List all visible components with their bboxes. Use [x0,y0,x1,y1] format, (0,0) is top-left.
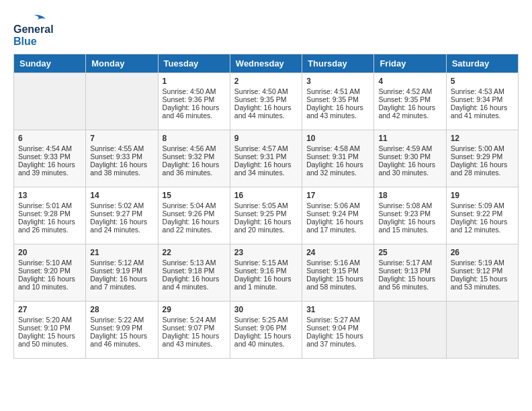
day-number: 17 [306,191,369,200]
sunrise-text: Sunrise: 5:20 AM [18,316,72,324]
day-number: 4 [378,77,441,86]
daylight-text: Daylight: 16 hours and 41 minutes. [451,103,508,120]
sunrise-text: Sunrise: 5:15 AM [234,259,288,267]
daylight-text: Daylight: 16 hours and 15 minutes. [378,218,435,234]
daylight-text: Daylight: 15 hours and 40 minutes. [234,332,292,348]
day-number: 2 [234,77,298,86]
header-cell-monday: Monday [86,54,158,73]
day-number: 19 [451,191,514,200]
day-number: 18 [378,191,441,200]
day-number: 24 [306,248,369,257]
calendar-cell: 26 Sunrise: 5:19 AM Sunset: 9:12 PM Dayl… [446,244,518,302]
daylight-text: Daylight: 16 hours and 22 minutes. [163,218,220,234]
sunrise-text: Sunrise: 5:27 AM [306,316,360,324]
calendar-cell: 16 Sunrise: 5:05 AM Sunset: 9:25 PM Dayl… [230,187,302,244]
sunset-text: Sunset: 9:33 PM [18,152,71,161]
sunset-text: Sunset: 9:31 PM [234,152,287,161]
sunrise-text: Sunrise: 5:25 AM [234,316,288,324]
day-number: 30 [234,305,298,314]
calendar-cell: 5 Sunrise: 4:53 AM Sunset: 9:34 PM Dayli… [446,73,518,130]
calendar-cell: 17 Sunrise: 5:06 AM Sunset: 9:24 PM Dayl… [302,187,374,244]
sunrise-text: Sunrise: 4:54 AM [18,144,72,152]
daylight-text: Daylight: 16 hours and 7 minutes. [90,275,147,291]
calendar-cell [374,302,446,359]
sunset-text: Sunset: 9:36 PM [163,95,215,103]
calendar-cell: 7 Sunrise: 4:55 AM Sunset: 9:33 PM Dayli… [86,130,158,187]
sunrise-text: Sunrise: 4:58 AM [306,144,360,152]
sunset-text: Sunset: 9:10 PM [18,324,71,332]
daylight-text: Daylight: 16 hours and 10 minutes. [18,275,75,291]
calendar-cell [446,302,518,359]
sunset-text: Sunset: 9:33 PM [90,152,142,161]
logo: General Blue [13,13,56,47]
day-number: 21 [90,248,153,257]
daylight-text: Daylight: 16 hours and 4 minutes. [163,275,220,291]
sunset-text: Sunset: 9:28 PM [18,210,71,218]
calendar-cell: 12 Sunrise: 5:00 AM Sunset: 9:29 PM Dayl… [446,130,518,187]
day-number: 22 [163,248,226,257]
sunrise-text: Sunrise: 4:57 AM [234,144,288,152]
day-number: 5 [451,77,514,86]
sunrise-text: Sunrise: 5:08 AM [378,201,432,210]
calendar-cell: 13 Sunrise: 5:01 AM Sunset: 9:28 PM Dayl… [14,187,86,244]
day-number: 23 [234,248,298,257]
daylight-text: Daylight: 16 hours and 17 minutes. [306,218,363,234]
sunrise-text: Sunrise: 4:51 AM [306,87,360,95]
header-row: SundayMondayTuesdayWednesdayThursdayFrid… [14,54,519,73]
sunrise-text: Sunrise: 5:17 AM [378,259,432,267]
calendar-cell: 11 Sunrise: 4:59 AM Sunset: 9:30 PM Dayl… [374,130,446,187]
daylight-text: Daylight: 16 hours and 30 minutes. [378,161,435,177]
sunrise-text: Sunrise: 5:05 AM [234,201,288,210]
day-number: 28 [90,305,153,314]
calendar-cell: 10 Sunrise: 4:58 AM Sunset: 9:31 PM Dayl… [302,130,374,187]
sunset-text: Sunset: 9:34 PM [451,95,503,103]
sunrise-text: Sunrise: 5:01 AM [18,201,72,210]
sunset-text: Sunset: 9:32 PM [163,152,215,161]
daylight-text: Daylight: 15 hours and 37 minutes. [306,332,363,348]
calendar-cell [86,73,158,130]
day-number: 12 [451,134,514,143]
daylight-text: Daylight: 16 hours and 43 minutes. [306,103,363,120]
day-number: 7 [90,134,153,143]
day-number: 26 [451,248,514,257]
sunset-text: Sunset: 9:29 PM [451,152,503,161]
day-number: 27 [18,305,81,314]
sunrise-text: Sunrise: 5:16 AM [306,259,360,267]
sunset-text: Sunset: 9:12 PM [451,267,503,275]
sunrise-text: Sunrise: 5:24 AM [163,316,216,324]
calendar-cell: 15 Sunrise: 5:04 AM Sunset: 9:26 PM Dayl… [158,187,230,244]
sunset-text: Sunset: 9:22 PM [451,210,503,218]
calendar-cell: 27 Sunrise: 5:20 AM Sunset: 9:10 PM Dayl… [14,302,86,359]
sunset-text: Sunset: 9:27 PM [90,210,142,218]
sunrise-text: Sunrise: 5:12 AM [90,259,144,267]
day-number: 13 [18,191,81,200]
calendar-cell: 1 Sunrise: 4:50 AM Sunset: 9:36 PM Dayli… [158,73,230,130]
day-number: 9 [234,134,298,143]
day-number: 6 [18,134,81,143]
sunrise-text: Sunrise: 5:10 AM [18,259,72,267]
calendar-cell: 29 Sunrise: 5:24 AM Sunset: 9:07 PM Dayl… [158,302,230,359]
daylight-text: Daylight: 16 hours and 32 minutes. [306,161,363,177]
day-number: 10 [306,134,369,143]
daylight-text: Daylight: 16 hours and 46 minutes. [163,103,220,120]
sunset-text: Sunset: 9:35 PM [378,95,431,103]
sunset-text: Sunset: 9:19 PM [90,267,142,275]
calendar-cell: 31 Sunrise: 5:27 AM Sunset: 9:04 PM Dayl… [302,302,374,359]
daylight-text: Daylight: 16 hours and 38 minutes. [90,161,147,177]
week-row-2: 6 Sunrise: 4:54 AM Sunset: 9:33 PM Dayli… [14,130,519,187]
week-row-4: 20 Sunrise: 5:10 AM Sunset: 9:20 PM Dayl… [14,244,519,302]
day-number: 25 [378,248,441,257]
sunset-text: Sunset: 9:18 PM [163,267,215,275]
sunrise-text: Sunrise: 5:06 AM [306,201,360,210]
day-number: 11 [378,134,441,143]
header-cell-friday: Friday [374,54,446,73]
daylight-text: Daylight: 15 hours and 56 minutes. [378,275,435,291]
calendar-cell: 6 Sunrise: 4:54 AM Sunset: 9:33 PM Dayli… [14,130,86,187]
calendar-cell: 25 Sunrise: 5:17 AM Sunset: 9:13 PM Dayl… [374,244,446,302]
day-number: 20 [18,248,81,257]
daylight-text: Daylight: 15 hours and 46 minutes. [90,332,147,348]
calendar-cell: 19 Sunrise: 5:09 AM Sunset: 9:22 PM Dayl… [446,187,518,244]
day-number: 14 [90,191,153,200]
sunset-text: Sunset: 9:07 PM [163,324,215,332]
week-row-3: 13 Sunrise: 5:01 AM Sunset: 9:28 PM Dayl… [14,187,519,244]
